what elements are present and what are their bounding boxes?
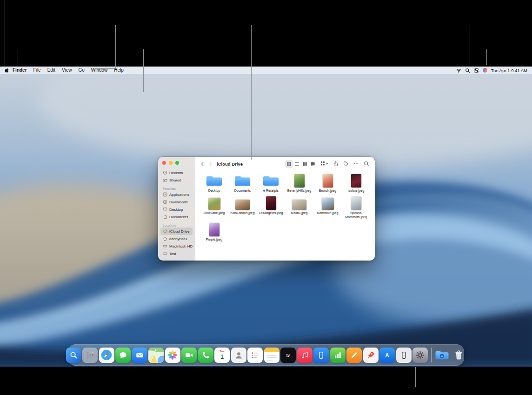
dock-icon-safari[interactable]	[99, 348, 114, 363]
calendar-weekday: Tue	[220, 350, 225, 353]
svg-text:A: A	[164, 193, 166, 196]
dock-icon-facetime[interactable]	[181, 348, 197, 363]
group-button[interactable]	[319, 160, 329, 167]
menu-help[interactable]: Help	[111, 67, 127, 74]
annotated-screenshot: Finder FileEditViewGoWindowHelp Tue Apr …	[0, 0, 532, 395]
file-kidslondon-jpeg[interactable]: KidsLondon.jpeg	[228, 195, 257, 219]
control-center-icon[interactable]	[474, 68, 479, 73]
sidebar-item-label: Shared	[169, 178, 181, 182]
file-receipts[interactable]: Receipts	[257, 173, 285, 193]
file-label: Receipts	[263, 189, 279, 193]
tags-button[interactable]	[342, 160, 350, 167]
file-label: Isolate.jpeg	[348, 189, 365, 193]
image-thumbnail	[322, 195, 334, 210]
file-purple-jpeg[interactable]: Purple.jpeg	[200, 221, 228, 241]
dock-icon-app-store[interactable]: A	[379, 348, 395, 363]
dock-icon-system-settings[interactable]	[412, 348, 428, 363]
file-desktop[interactable]: Desktop	[200, 173, 228, 193]
menu-edit[interactable]: Edit	[44, 67, 59, 74]
more-button[interactable]	[352, 160, 360, 167]
dock-icon-mail[interactable]	[132, 348, 147, 363]
dock-icon-pages[interactable]	[346, 348, 362, 363]
desktop-icon	[163, 207, 167, 212]
file-beverlyhills-jpeg[interactable]: BeverlyHills.jpeg	[285, 173, 313, 193]
dock-icon-photos[interactable]	[165, 348, 180, 363]
sidebar-item-downloads[interactable]: Downloads	[160, 198, 193, 206]
file-grid: DesktopDocumentsReceiptsBeverlyHills.jpe…	[195, 171, 375, 241]
view-icons-button[interactable]	[285, 160, 293, 168]
dock-icon-finder-preview[interactable]	[66, 348, 81, 363]
sidebar-item-label: dannyrico1	[169, 237, 187, 241]
file-documents[interactable]: Documents	[228, 173, 257, 193]
file-isolate-jpeg[interactable]: Isolate.jpeg	[342, 173, 370, 193]
file-label: LosAngeles.jpeg	[259, 211, 283, 215]
dock-icon-tv[interactable]: tv	[280, 348, 296, 363]
downloads-icon	[163, 200, 167, 204]
sidebar-item-macintosh-hd[interactable]: Macintosh HD	[160, 242, 193, 250]
sidebar-item-applications[interactable]: AApplications	[160, 191, 193, 198]
callout-menu-extras	[276, 49, 276, 69]
dock-icon-contacts[interactable]	[231, 348, 246, 363]
callout-dock-app	[77, 367, 77, 387]
view-list-button[interactable]	[293, 160, 301, 168]
file-mammoth-jpeg[interactable]: Mammoth.jpeg	[313, 195, 342, 219]
menu-view[interactable]: View	[59, 67, 75, 74]
callout-menu-bar-tick	[95, 68, 116, 69]
finder-main: iCloud Drive	[195, 157, 375, 261]
sidebar-item-desktop[interactable]: Desktop	[160, 206, 193, 213]
sidebar-item-documents[interactable]: Documents	[160, 213, 193, 221]
zoom-button[interactable]	[175, 161, 179, 165]
dock-icon-music[interactable]	[297, 348, 313, 363]
dock-icon-iphone[interactable]	[396, 348, 412, 363]
file-label: Purple.jpeg	[206, 238, 222, 241]
wifi-icon[interactable]	[456, 68, 461, 73]
siri-icon[interactable]	[483, 68, 487, 73]
dock-icon-trash[interactable]	[451, 348, 466, 363]
sidebar-item-shared[interactable]: Shared	[160, 176, 193, 184]
minimize-button[interactable]	[169, 161, 173, 165]
sidebar-item-test[interactable]: Test	[160, 250, 193, 257]
menubar-clock[interactable]: Tue Apr 1 9:41 AM	[491, 68, 527, 73]
file-brunch-jpeg[interactable]: Brunch.jpeg	[313, 173, 342, 193]
file-label: BeverlyHills.jpeg	[287, 189, 312, 193]
menu-bar: Finder FileEditViewGoWindowHelp Tue Apr …	[0, 67, 532, 74]
view-columns-button[interactable]	[301, 160, 309, 168]
dock-icon-notes[interactable]	[264, 348, 279, 363]
dock-icon-reminders[interactable]	[247, 348, 263, 363]
dock-icon-numbers[interactable]	[330, 348, 346, 363]
icloud-icon	[163, 229, 167, 234]
back-button[interactable]	[200, 161, 205, 167]
calendar-day: 1	[220, 354, 224, 360]
spotlight-icon[interactable]	[465, 68, 470, 73]
share-button[interactable]	[332, 160, 339, 167]
dock-icon-launchpad[interactable]	[82, 348, 98, 363]
close-button[interactable]	[162, 161, 166, 165]
dock-icon-iphone-mirroring[interactable]	[313, 348, 329, 363]
dock-icon-downloads[interactable]	[434, 348, 450, 363]
sidebar-item-recents[interactable]: Recents	[160, 169, 193, 176]
menu-window[interactable]: Window	[88, 67, 111, 74]
file-label: KidsLondon.jpeg	[230, 211, 254, 215]
view-switcher	[285, 160, 317, 168]
apple-menu[interactable]	[5, 68, 9, 73]
view-gallery-button[interactable]	[309, 160, 317, 168]
dock-icon-phone[interactable]	[198, 348, 213, 363]
file-malibu-jpeg[interactable]: Malibu.jpeg	[285, 195, 313, 219]
search-button[interactable]	[363, 160, 370, 167]
dock-icon-calendar[interactable]: Tue1	[214, 348, 230, 363]
file-pipeline-mammoth-jpeg[interactable]: Pipeline-Mammoth.jpeg	[342, 195, 370, 219]
app-menu-finder[interactable]: Finder	[11, 67, 30, 74]
menu-file[interactable]: File	[30, 67, 44, 74]
sidebar-item-dannyrico1[interactable]: dannyrico1	[160, 235, 193, 242]
window-title: iCloud Drive	[217, 161, 243, 167]
file-junelake-jpeg[interactable]: JuneLake.jpeg	[200, 195, 228, 219]
sidebar-item-label: Desktop	[169, 208, 183, 212]
forward-button[interactable]	[208, 161, 213, 167]
dock-icon-maps[interactable]	[148, 348, 164, 363]
sidebar-item-icloud-drive[interactable]: iCloud Drive	[160, 228, 193, 235]
sidebar-item-label: Downloads	[169, 200, 188, 204]
dock-icon-podcasts-rocket[interactable]	[363, 348, 379, 363]
menu-go[interactable]: Go	[75, 67, 87, 74]
file-losangeles-jpeg[interactable]: LosAngeles.jpeg	[257, 195, 285, 219]
dock-icon-messages[interactable]	[115, 348, 131, 363]
